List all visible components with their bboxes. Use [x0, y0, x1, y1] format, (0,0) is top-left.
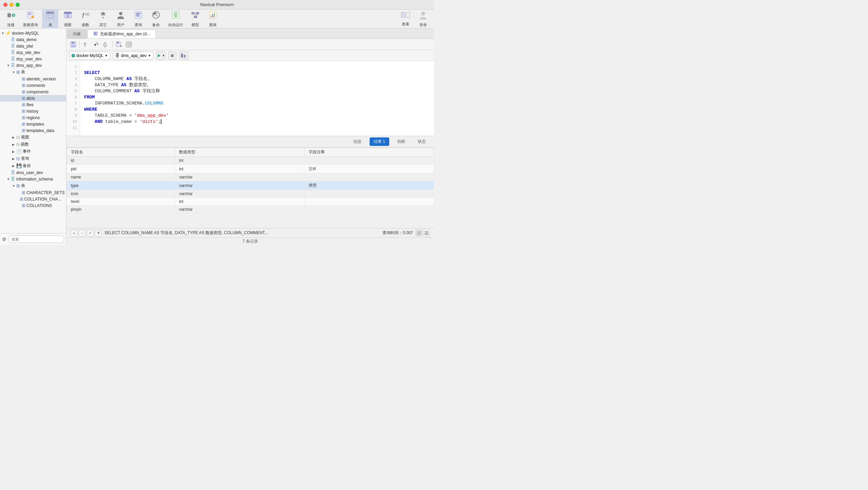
- sidebar-item-functions-folder[interactable]: ▶ fx 函数: [0, 141, 66, 148]
- tab-query[interactable]: 无标题@dms_app_dev (d...: [87, 30, 156, 38]
- format-button[interactable]: T: [82, 40, 90, 49]
- code-line-6: FROM: [84, 94, 430, 100]
- view-button[interactable]: 视图: [60, 9, 76, 29]
- grid-button[interactable]: [125, 40, 133, 49]
- minimize-button[interactable]: [9, 3, 14, 7]
- add-row-button[interactable]: +: [71, 230, 77, 237]
- auto-run-button[interactable]: ✓ 自动运行: [165, 9, 186, 29]
- sidebar-item-collations[interactable]: ⊞ COLLATIONS: [0, 202, 66, 209]
- line-num-1: 1: [66, 64, 80, 70]
- login-button[interactable]: 登录: [415, 9, 431, 29]
- line-num-4: 4: [66, 82, 80, 88]
- table-body: id int pid int 父id name varchar: [67, 157, 434, 213]
- database-selector[interactable]: 🗄 dms_app_dev ▼: [113, 52, 153, 60]
- function-button[interactable]: f(x) 函数: [77, 9, 94, 29]
- query-button[interactable]: 查询: [130, 9, 146, 29]
- auto-run-label: 自动运行: [168, 22, 183, 27]
- sidebar-item-queries-folder[interactable]: ▶ ⊟ 查询: [0, 155, 66, 162]
- table-row[interactable]: id int: [67, 157, 434, 165]
- result-tab-result1[interactable]: 结果 1: [370, 137, 389, 146]
- user-button[interactable]: 用户: [113, 9, 129, 29]
- svg-point-21: [102, 17, 104, 18]
- result-tab-info[interactable]: 信息: [349, 137, 366, 146]
- table-row[interactable]: level int: [67, 198, 434, 206]
- sidebar-item-dms-user-dev[interactable]: 🗄 dms_user_dev: [0, 169, 66, 176]
- chart-button[interactable]: 图表: [205, 9, 221, 29]
- cell-type: varchar: [175, 206, 304, 213]
- queries-icon: ⊟: [16, 156, 20, 161]
- code-editor[interactable]: 1 2 3 4 5 6 7 8 9 10 11 SELECT COLUMN_NA…: [66, 61, 434, 136]
- sidebar-item-dcp-user-dev[interactable]: 🗄 dcp_user_dev: [0, 56, 66, 62]
- list-view-button[interactable]: [423, 230, 430, 237]
- model-icon: [191, 10, 200, 22]
- backup-button[interactable]: 备份: [148, 9, 164, 29]
- table-button[interactable]: 表: [42, 9, 58, 29]
- sidebar-item-history[interactable]: ⊞ history: [0, 108, 66, 114]
- line-num-7: 7: [66, 100, 80, 107]
- maximize-button[interactable]: [16, 3, 20, 7]
- explain-button[interactable]: [179, 52, 189, 60]
- sidebar-item-alembic[interactable]: ⊞ alembic_version: [0, 76, 66, 82]
- sidebar-item-flies[interactable]: ⊞ flies: [0, 101, 66, 108]
- result-tab-status[interactable]: 状态: [414, 137, 430, 146]
- login-label: 登录: [419, 22, 427, 27]
- remove-row-button[interactable]: −: [79, 230, 85, 237]
- table-row[interactable]: name varchar: [67, 173, 434, 181]
- table-row[interactable]: type varchar 类型: [67, 181, 434, 190]
- tabs-bar: 对象 无标题@dms_app_dev (d...: [66, 29, 434, 39]
- beautify-button[interactable]: ✦: [92, 40, 100, 49]
- connection-selector[interactable]: docker-MySQL ▼: [69, 52, 110, 60]
- table-row[interactable]: pid int 父id: [67, 165, 434, 173]
- view-label: 视图: [64, 22, 72, 27]
- sidebar-item-character-sets[interactable]: ⊞ CHARACTER_SETS: [0, 189, 66, 196]
- model-button[interactable]: 模型: [187, 9, 203, 29]
- sidebar-item-backups-folder[interactable]: ▶ 💾 备份: [0, 162, 66, 169]
- svg-rect-33: [196, 12, 199, 14]
- save-as-button[interactable]: ▼: [115, 40, 123, 49]
- sidebar-item-dicts[interactable]: ⊞ dicts: [0, 95, 66, 101]
- sidebar-item-data-demo[interactable]: 🗄 data_demo: [0, 36, 66, 43]
- sidebar-item-tables2-folder[interactable]: ▼ ⊞ 表: [0, 182, 66, 189]
- grid-view-button[interactable]: [416, 230, 422, 237]
- stop-button[interactable]: [168, 52, 176, 60]
- table-row[interactable]: pinyin varchar: [67, 206, 434, 213]
- sidebar-item-data-plat[interactable]: 🗄 data_plat: [0, 43, 66, 49]
- sidebar-item-dms-app-dev[interactable]: ▼ 🗄 dms_app_dev: [0, 62, 66, 69]
- expand-arrow: ▼: [12, 184, 16, 188]
- sidebar-item-collation-charac[interactable]: ⊞ COLLATION_CHARAC...: [0, 196, 66, 202]
- result-tab-profiling[interactable]: 剖析: [393, 137, 410, 146]
- sidebar-item-dcp-site-dev[interactable]: 🗄 dcp_site_dev: [0, 49, 66, 56]
- cell-type: int: [175, 165, 304, 173]
- confirm-button[interactable]: ✓: [87, 230, 94, 237]
- code-content[interactable]: SELECT COLUMN_NAME AS 字段名, DATA_TYPE AS …: [80, 61, 434, 136]
- connect-button[interactable]: + 连接: [3, 9, 19, 29]
- sidebar-item-regions[interactable]: ⊞ regions: [0, 114, 66, 121]
- sidebar-item-comments[interactable]: ⊞ comments: [0, 82, 66, 89]
- sidebar-item-events-folder[interactable]: ▶ 🕐 事件: [0, 148, 66, 155]
- search-input[interactable]: [8, 235, 64, 243]
- sidebar-item-label: 查询: [21, 156, 29, 162]
- settings-icon[interactable]: ⚙: [2, 237, 6, 242]
- save-button[interactable]: [69, 40, 77, 49]
- wrap-button[interactable]: (): [102, 40, 110, 49]
- new-query-button[interactable]: ⊞ 新建查询: [20, 9, 41, 29]
- results-area: 信息 结果 1 剖析 状态 字段名 数据类型: [66, 136, 434, 228]
- sidebar-item-docker-mysql[interactable]: ▼ ⚡ docker-MySQL: [0, 30, 66, 36]
- sidebar-item-templates-data[interactable]: ⊞ templates_data: [0, 127, 66, 134]
- views-icon: ⊡: [16, 135, 20, 140]
- other-button[interactable]: 其它: [95, 9, 111, 29]
- tab-objects[interactable]: 对象: [67, 30, 87, 38]
- view-toggle-button[interactable]: 查看: [397, 10, 414, 28]
- sidebar-item-tables-folder[interactable]: ▼ ⊞ 表: [0, 69, 66, 76]
- table-icon: ⊞: [22, 76, 25, 81]
- tables-folder-icon: ⊞: [16, 70, 20, 75]
- svg-point-18: [67, 16, 68, 17]
- sidebar-item-components[interactable]: ⊞ components: [0, 89, 66, 95]
- run-button[interactable]: ▼: [156, 52, 165, 60]
- close-button[interactable]: [3, 3, 7, 7]
- table-row[interactable]: icon varchar: [67, 190, 434, 198]
- sidebar-item-information-schema[interactable]: ▼ 🗄 information_schema: [0, 176, 66, 182]
- sidebar-item-views-folder[interactable]: ▶ ⊡ 视图: [0, 134, 66, 141]
- cancel-button[interactable]: ✕: [95, 230, 102, 237]
- sidebar-item-templates[interactable]: ⊞ templates: [0, 121, 66, 127]
